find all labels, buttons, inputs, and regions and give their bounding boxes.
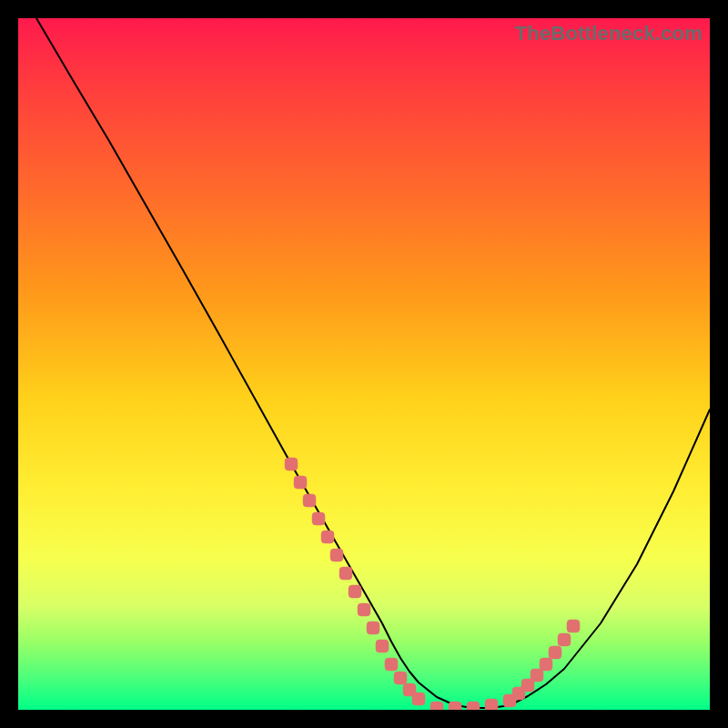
highlight-dot bbox=[330, 549, 343, 561]
highlight-dot bbox=[349, 585, 361, 598]
highlight-dot bbox=[367, 622, 379, 634]
curve-layer bbox=[18, 18, 710, 710]
highlight-dot bbox=[312, 512, 325, 525]
highlight-dot bbox=[503, 694, 516, 707]
highlight-dot bbox=[521, 679, 534, 692]
highlight-dot bbox=[531, 669, 543, 682]
highlight-dot bbox=[385, 658, 398, 671]
highlight-dot bbox=[358, 603, 370, 616]
highlight-dot bbox=[321, 531, 334, 543]
highlight-dot bbox=[449, 702, 461, 710]
highlight-dot bbox=[485, 699, 498, 710]
highlight-dot bbox=[294, 476, 307, 489]
highlight-dot bbox=[394, 672, 407, 684]
highlight-dot bbox=[549, 646, 561, 659]
bottleneck-curve bbox=[36, 18, 710, 708]
watermark-text: TheBottleneck.com bbox=[515, 22, 703, 46]
highlight-dot bbox=[540, 658, 552, 671]
highlight-dot bbox=[303, 494, 316, 507]
highlight-dot bbox=[376, 640, 389, 652]
highlight-dot bbox=[430, 702, 443, 710]
highlight-dot bbox=[339, 567, 352, 580]
highlight-dot bbox=[512, 687, 525, 700]
highlight-dot bbox=[285, 458, 298, 470]
marker-group bbox=[285, 458, 580, 710]
highlight-dot bbox=[403, 683, 416, 696]
highlight-dot bbox=[567, 620, 580, 632]
highlight-dot bbox=[558, 633, 571, 646]
chart-frame: TheBottleneck.com bbox=[0, 0, 728, 728]
highlight-dot bbox=[467, 702, 480, 710]
plot-area: TheBottleneck.com bbox=[18, 18, 710, 710]
highlight-dot bbox=[412, 693, 425, 705]
